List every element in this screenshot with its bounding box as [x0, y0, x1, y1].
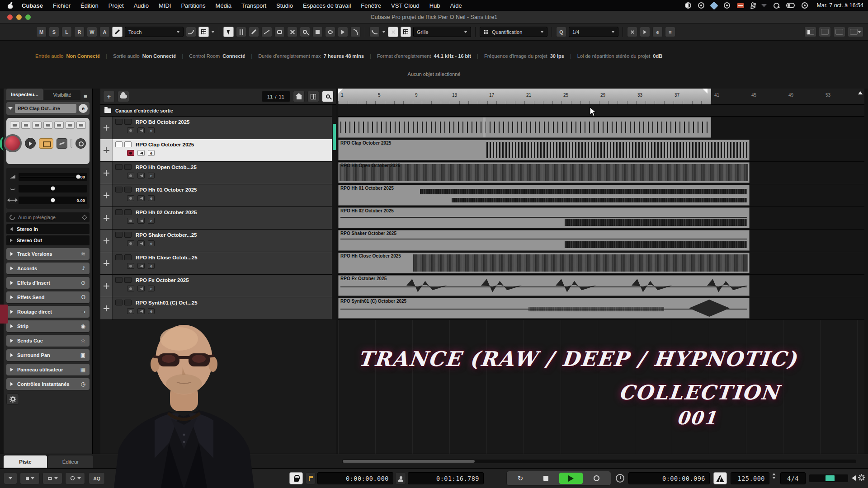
- mute-button[interactable]: [115, 119, 123, 125]
- menu-media[interactable]: Média: [216, 2, 231, 9]
- range-selection-tool[interactable]: [236, 27, 246, 37]
- current-time-display[interactable]: 0:00:00.096: [628, 472, 710, 484]
- mute-button[interactable]: [115, 164, 123, 170]
- inspector-menu-icon[interactable]: ≡: [81, 93, 90, 100]
- edit-channel-button[interactable]: e: [148, 218, 155, 224]
- transport-setup-button[interactable]: [858, 474, 865, 483]
- zone-lower-toggle[interactable]: [819, 27, 831, 37]
- nudge-chevron-icon[interactable]: [382, 31, 386, 33]
- audio-clip-fx[interactable]: RPO Fx October 2025: [338, 275, 750, 296]
- inspector-track-name[interactable]: RPO Clap Oct...itre: [15, 104, 76, 113]
- monitor-button[interactable]: [137, 150, 145, 156]
- menu-projet[interactable]: Projet: [108, 2, 124, 9]
- object-selection-tool[interactable]: [223, 27, 234, 37]
- record-arm-button[interactable]: [127, 150, 134, 156]
- mute-button[interactable]: [115, 254, 123, 260]
- inspector-setup-button[interactable]: [6, 394, 19, 405]
- nudge-left-button[interactable]: [369, 27, 380, 37]
- edit-channel-button[interactable]: e: [148, 286, 155, 291]
- solo-button[interactable]: [124, 187, 132, 192]
- tempo-stepper[interactable]: [772, 473, 776, 479]
- menu-edition[interactable]: Édition: [80, 2, 99, 9]
- pan-slider-thumb[interactable]: [51, 187, 55, 191]
- zone-left-toggle[interactable]: [804, 27, 816, 37]
- global-listen-button[interactable]: L: [61, 27, 72, 37]
- section-surround-pan[interactable]: Surround Pan▣: [6, 349, 90, 361]
- lane-synth01[interactable]: RPO Synth01 (C) October 2025: [338, 297, 864, 320]
- preset-row[interactable]: Aucun préréglage: [6, 212, 90, 222]
- record-format-status[interactable]: Format d'enregistrement 44.1 kHz - 16 bi…: [377, 53, 471, 59]
- marker-button[interactable]: [306, 472, 316, 484]
- track-row-hh-open[interactable]: RPO Hh Open Octob...25 e: [100, 162, 332, 184]
- audio-clip-hh-open[interactable]: RPO Hh Open October 2025: [338, 162, 750, 183]
- track-row-bd[interactable]: RPO Bd October 2025 e: [100, 117, 332, 139]
- punch-in-button[interactable]: [395, 472, 406, 484]
- monitor-button[interactable]: [25, 138, 36, 149]
- edit-channel-button[interactable]: e: [652, 27, 663, 37]
- menu-partitions[interactable]: Partitions: [181, 2, 205, 9]
- record-arm-button[interactable]: [127, 195, 134, 201]
- setup-toolbar-button[interactable]: [848, 27, 863, 37]
- control-room-status[interactable]: Control Room Connecté: [189, 53, 245, 59]
- edit-channel-icon[interactable]: e: [79, 104, 88, 113]
- punch-lock-button[interactable]: [289, 472, 303, 484]
- record-button[interactable]: [585, 473, 608, 484]
- record-arm-button[interactable]: [127, 173, 134, 178]
- record-arm-button[interactable]: [127, 240, 134, 246]
- audio-input-status[interactable]: Entrée audio Non Connecté: [35, 53, 100, 59]
- mute-button[interactable]: [115, 277, 123, 283]
- audio-align-button[interactable]: [627, 27, 637, 37]
- track-drag-handle[interactable]: [100, 297, 113, 319]
- quantize-select[interactable]: Quantification: [480, 27, 547, 37]
- global-read-button[interactable]: R: [74, 27, 85, 37]
- audio-output-status[interactable]: Sortie audio Non Connecté: [113, 53, 176, 59]
- menu-transport[interactable]: Transport: [241, 2, 266, 9]
- mute-button[interactable]: [115, 300, 123, 305]
- section-track-versions[interactable]: Track Versions≋: [6, 248, 90, 260]
- track-drag-handle[interactable]: [100, 252, 113, 274]
- play-tool[interactable]: [338, 27, 348, 37]
- add-track-button[interactable]: +: [103, 91, 115, 102]
- horizontal-scrollbar[interactable]: [342, 460, 856, 463]
- menu-midi[interactable]: MIDI: [159, 2, 171, 9]
- track-row-fx[interactable]: RPO Fx October 2025 e: [100, 275, 332, 297]
- track-drag-handle[interactable]: [100, 162, 113, 184]
- menu-cubase[interactable]: Cubase: [22, 2, 43, 9]
- status-icon-1[interactable]: [685, 2, 691, 9]
- solo-button[interactable]: [124, 141, 132, 147]
- monitor-button[interactable]: [137, 286, 145, 291]
- vst-status-icon[interactable]: [710, 1, 718, 9]
- menubar-clock[interactable]: Mar. 7 oct. à 16:54: [816, 2, 863, 9]
- timeline-ruler[interactable]: 1 5 9 13 17 21 25 29 33 37 41 45 49 53: [338, 89, 864, 105]
- right-locator-flag[interactable]: [703, 89, 708, 94]
- metronome-button[interactable]: [713, 472, 727, 484]
- audio-clip-hh-close[interactable]: RPO Hh Close October 2025: [338, 253, 750, 273]
- menu-hub[interactable]: Hub: [429, 2, 440, 9]
- cloud-track-button[interactable]: [118, 91, 129, 102]
- section-chords[interactable]: Accords♪: [6, 263, 90, 274]
- menu-audio[interactable]: Audio: [134, 2, 149, 9]
- edit-channel-button[interactable]: e: [148, 150, 155, 156]
- bluetooth-icon[interactable]: [751, 3, 755, 9]
- tab-inspector[interactable]: Inspecteu...: [6, 89, 43, 100]
- grid-type-button[interactable]: [401, 27, 411, 37]
- lane-clap[interactable]: RPO Clap October 2025: [338, 139, 864, 162]
- preset-browse-icon[interactable]: [82, 215, 87, 220]
- solo-button[interactable]: [124, 119, 132, 125]
- record-time-status[interactable]: Durée d'enregistrement max 7 heures 48 m…: [258, 53, 364, 59]
- lane-fx[interactable]: RPO Fx October 2025: [338, 275, 864, 297]
- track-row-shaker[interactable]: RPO Shaker October...25 e: [100, 230, 332, 252]
- lock-button[interactable]: [66, 122, 75, 129]
- solo-button[interactable]: [124, 209, 132, 215]
- audio-clip-shaker[interactable]: RPO Shaker October 2025: [338, 230, 750, 251]
- track-row-hh01[interactable]: RPO Hh 01 October 2025 e: [100, 184, 332, 207]
- mute-tool[interactable]: [312, 27, 323, 37]
- mute-button[interactable]: [115, 141, 123, 147]
- lane-shaker[interactable]: RPO Shaker October 2025: [338, 230, 864, 252]
- section-quick-controls[interactable]: Contrôles instantanés◷: [6, 378, 90, 390]
- record-arm-button[interactable]: [127, 218, 134, 224]
- zoom-tool[interactable]: [300, 27, 310, 37]
- edit-channel-button[interactable]: e: [148, 263, 155, 269]
- channel-strip-area[interactable]: [71, 139, 72, 148]
- section-user-panel[interactable]: Panneau utilisateur▦: [6, 364, 90, 375]
